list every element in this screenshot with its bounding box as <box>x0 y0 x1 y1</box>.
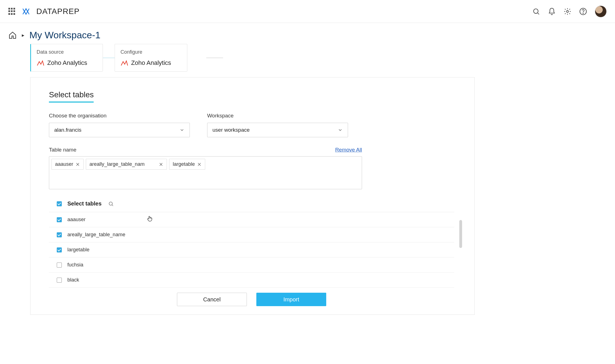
tables-list-title: Select tables <box>67 200 101 207</box>
row-name: largetable <box>67 247 89 253</box>
chevron-down-icon <box>338 127 343 133</box>
scrollbar[interactable] <box>459 220 462 287</box>
row-checkbox[interactable] <box>57 278 62 283</box>
chevron-right-icon: ▸ <box>22 32 24 38</box>
breadcrumb-title[interactable]: My Workspace-1 <box>29 30 100 41</box>
gear-icon[interactable] <box>564 8 571 15</box>
tag-label: largetable <box>173 161 195 167</box>
step-title: Configure <box>120 49 181 55</box>
row-checkbox[interactable] <box>57 247 62 252</box>
product-logo-icon <box>22 7 30 16</box>
search-icon[interactable] <box>108 201 114 207</box>
help-icon[interactable] <box>579 8 587 15</box>
svg-line-1 <box>538 13 539 14</box>
scrollbar-thumb[interactable] <box>459 220 462 248</box>
close-icon[interactable] <box>75 162 80 167</box>
brand-name: DATAPREP <box>36 7 80 16</box>
org-select[interactable]: alan.francis <box>49 123 190 137</box>
org-label: Choose the organisation <box>49 113 190 119</box>
table-row[interactable]: areally_large_table_name <box>49 227 454 242</box>
row-name: fuchsia <box>67 262 83 268</box>
close-icon[interactable] <box>197 162 202 167</box>
row-checkbox[interactable] <box>57 263 62 268</box>
zoho-analytics-icon <box>120 59 128 67</box>
tables-list: Select tables aaauser areally_large_tabl… <box>49 200 454 306</box>
bell-icon[interactable] <box>548 8 556 15</box>
svg-point-0 <box>534 9 538 13</box>
row-checkbox[interactable] <box>57 232 62 237</box>
avatar[interactable] <box>595 6 607 17</box>
cancel-button[interactable]: Cancel <box>177 293 247 306</box>
table-row[interactable]: black <box>49 273 454 288</box>
close-icon[interactable] <box>159 162 163 167</box>
step-source-name: Zoho Analytics <box>47 59 87 67</box>
row-name: black <box>67 277 79 283</box>
table-row[interactable]: largetable <box>49 242 454 257</box>
svg-point-4 <box>583 13 583 13</box>
step-connector <box>103 58 115 58</box>
table-row[interactable]: fuchsia <box>49 257 454 273</box>
step-trail <box>206 58 223 58</box>
apps-grid-icon[interactable] <box>8 8 16 15</box>
tag-label: aaauser <box>55 161 73 167</box>
svg-point-2 <box>567 10 569 12</box>
row-name: areally_large_table_name <box>67 232 125 238</box>
import-button[interactable]: Import <box>256 293 326 306</box>
select-all-checkbox[interactable] <box>57 201 62 206</box>
step-data-source[interactable]: Data source Zoho Analytics <box>30 44 103 72</box>
table-name-label: Table name <box>49 147 76 153</box>
workspace-value: user workspace <box>212 127 250 133</box>
step-source-name: Zoho Analytics <box>131 59 171 67</box>
tag-label: areally_large_table_nam <box>89 161 145 167</box>
chevron-down-icon <box>179 127 184 133</box>
step-title: Data source <box>37 49 97 55</box>
step-configure[interactable]: Configure Zoho Analytics <box>115 44 187 72</box>
workspace-label: Workspace <box>207 113 348 119</box>
tag-areally-large-table-nam[interactable]: areally_large_table_nam <box>86 159 167 170</box>
home-icon[interactable] <box>8 31 17 39</box>
remove-all-link[interactable]: Remove All <box>335 147 362 153</box>
tag-aaauser[interactable]: aaauser <box>51 159 84 170</box>
config-panel: Select tables Choose the organisation al… <box>30 77 475 315</box>
tag-largetable[interactable]: largetable <box>169 159 205 170</box>
row-name: aaauser <box>67 217 86 223</box>
search-icon[interactable] <box>532 8 540 15</box>
panel-title: Select tables <box>49 90 94 103</box>
svg-point-11 <box>109 202 113 205</box>
table-name-input[interactable]: aaauser areally_large_table_nam largetab… <box>49 156 362 189</box>
zoho-analytics-icon <box>37 59 44 67</box>
row-checkbox[interactable] <box>57 217 62 222</box>
cursor-hand-icon <box>147 216 153 222</box>
table-row[interactable]: aaauser <box>49 212 454 227</box>
workspace-select[interactable]: user workspace <box>207 123 348 137</box>
org-value: alan.francis <box>54 127 81 133</box>
svg-line-12 <box>112 205 113 206</box>
